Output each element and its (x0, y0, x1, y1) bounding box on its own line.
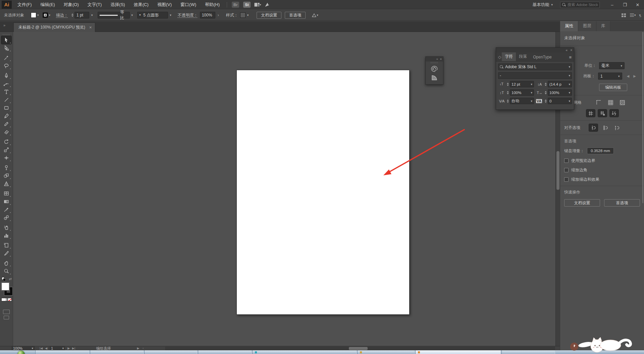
tab-character[interactable]: 字符 (502, 52, 516, 61)
drawing-modes-button[interactable] (3, 310, 10, 314)
tab-layers[interactable]: 图层 (578, 21, 596, 31)
rectangle-tool[interactable] (1, 104, 11, 112)
minimize-button[interactable]: – (606, 0, 619, 9)
first-artboard-icon[interactable]: |◀ (40, 347, 43, 350)
gradient-button[interactable] (5, 298, 8, 301)
taskbar-button-5[interactable] (357, 350, 415, 354)
dock-collapse-icon[interactable]: » (639, 14, 641, 18)
screen-mode-button[interactable] (4, 316, 9, 319)
color-mode-strip[interactable] (1, 298, 12, 301)
menu-item-1[interactable]: 编辑(E) (36, 0, 59, 9)
chevron-down-icon[interactable]: ▾ (569, 65, 570, 69)
tab-libraries[interactable]: 库 (596, 21, 610, 31)
stroke-weight-value[interactable]: 1 pt (74, 12, 89, 18)
none-button[interactable] (8, 298, 11, 301)
stock-icon[interactable]: St (243, 2, 251, 8)
show-grid-icon[interactable] (606, 99, 615, 106)
type-tool[interactable] (1, 88, 11, 96)
pen-tool[interactable] (1, 72, 11, 80)
leading-value[interactable]: (14.4 p▾ (548, 81, 572, 87)
artboard-nav-field[interactable]: 1▾ (50, 346, 65, 350)
shape-builder-tool[interactable] (1, 172, 11, 180)
tab-properties[interactable]: 属性 (560, 21, 578, 31)
show-rulers-icon[interactable] (594, 99, 603, 106)
horizontal-scale-stepper[interactable] (544, 90, 547, 95)
gradient-tool[interactable] (1, 197, 11, 206)
tracking-value[interactable]: 0▾ (548, 98, 572, 104)
tracking-stepper[interactable] (544, 98, 547, 104)
hand-tool[interactable] (1, 259, 11, 267)
align-to-artboard-icon[interactable] (612, 124, 621, 131)
windows-taskbar[interactable] (0, 350, 644, 354)
hscroll-thumb[interactable] (349, 347, 368, 350)
selection-tool[interactable] (1, 36, 11, 44)
panel-cycle-icon[interactable]: ◇ (496, 53, 502, 61)
horizontal-scale-value[interactable]: 100%▾ (548, 89, 572, 96)
tab-close-icon[interactable]: × (89, 25, 92, 30)
eyedropper-tool[interactable] (1, 206, 11, 214)
next-artboard-icon[interactable]: ▶ (67, 347, 70, 350)
snap-to-grid-icon[interactable] (586, 109, 595, 117)
checkbox[interactable] (564, 159, 569, 163)
mesh-tool[interactable] (1, 189, 11, 197)
align-to-key-object-icon[interactable] (601, 124, 609, 131)
panel-close-icon[interactable]: × (440, 57, 442, 61)
menu-item-6[interactable]: 视图(V) (153, 0, 176, 9)
align-to-selection-icon[interactable] (589, 124, 598, 131)
menu-item-8[interactable]: 帮助(H) (201, 0, 224, 9)
artboard-dropdown[interactable]: 1▾ (598, 73, 622, 80)
leading-stepper[interactable] (544, 82, 547, 87)
taskbar-button-1[interactable] (90, 350, 144, 354)
shape-icon[interactable] (426, 74, 443, 81)
document-setup-button[interactable]: 文档设置 (257, 12, 281, 19)
brush-definition[interactable]: • 5 点圆形 (137, 12, 168, 18)
scale-tool[interactable] (1, 146, 11, 154)
puppet-warp-tool[interactable] (1, 164, 11, 172)
restore-button[interactable]: ❐ (619, 0, 631, 9)
arrange-documents-icon[interactable]: ▾ (254, 3, 261, 7)
document-setup-button[interactable]: 文档设置 (564, 199, 600, 207)
chevron-down-icon[interactable]: ▾ (247, 13, 249, 17)
tab-opentype[interactable]: OpenType (530, 53, 554, 61)
fill-color-swatch[interactable] (31, 12, 36, 18)
default-fill-stroke-icon[interactable] (2, 277, 6, 281)
preferences-button[interactable]: 首选项 (285, 12, 306, 19)
shaper-tool[interactable] (1, 120, 11, 128)
magic-wand-tool[interactable] (1, 54, 11, 62)
menu-item-3[interactable]: 文字(T) (83, 0, 106, 9)
stroke-color-swatch[interactable] (43, 12, 48, 18)
eraser-tool[interactable] (1, 128, 11, 136)
menu-item-7[interactable]: 窗口(W) (176, 0, 201, 9)
share-icon[interactable] (265, 2, 270, 7)
fill-swatch[interactable] (1, 282, 9, 291)
stroke-weight-stepper[interactable] (71, 12, 74, 18)
chevron-down-icon[interactable]: ▾ (131, 13, 133, 17)
panel-menu-icon[interactable]: ≡ (569, 55, 572, 60)
bridge-icon[interactable]: Br (232, 2, 239, 8)
font-family-field[interactable]: Adobe 宋体 Std L ▾ (498, 63, 572, 70)
font-style-field[interactable]: - ▾ (498, 72, 572, 79)
stock-search[interactable] (560, 2, 600, 8)
paintbrush-tool[interactable] (1, 112, 11, 120)
opacity-expand-icon[interactable]: › (218, 13, 219, 17)
taskbar-button-0[interactable] (35, 350, 89, 354)
edit-artboard-button[interactable]: 编辑画板 (599, 84, 627, 91)
snap-to-point-icon[interactable] (610, 109, 619, 117)
vscroll-thumb[interactable] (556, 151, 559, 190)
vertical-scale-stepper[interactable] (506, 90, 509, 95)
line-segment-tool[interactable] (1, 96, 11, 104)
canvas-pasteboard[interactable] (13, 32, 555, 346)
chevron-down-icon[interactable]: ▾ (170, 13, 171, 17)
status-back-icon[interactable]: ‹ (143, 347, 147, 350)
preferences-button[interactable]: 首选项 (604, 199, 640, 207)
style-swatch[interactable] (240, 12, 246, 18)
color-button[interactable] (2, 298, 5, 301)
close-button[interactable]: ✕ (631, 0, 644, 9)
artboard-tool[interactable] (1, 241, 11, 249)
font-size-value[interactable]: 12 pt▾ (510, 81, 534, 87)
chevron-down-icon[interactable]: ▾ (49, 13, 51, 17)
direct-selection-tool[interactable] (1, 44, 11, 52)
keyboard-increment-field[interactable]: 0.3528 mm (587, 147, 614, 154)
stroke-weight-label[interactable]: 描边： (56, 12, 68, 18)
curvature-tool[interactable] (1, 80, 11, 88)
